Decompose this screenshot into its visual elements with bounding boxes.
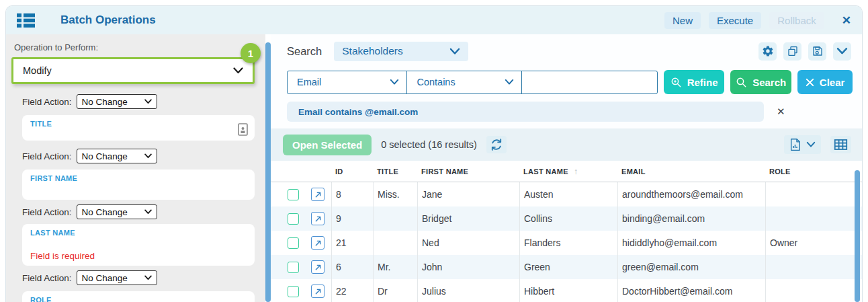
clear-button[interactable]: Clear [797,70,853,94]
field-action-label: Field Action: [22,207,72,217]
open-arrow-icon [314,288,322,295]
cell-id: 22 [331,279,373,302]
filter-chip: Email contains @email.com [287,102,764,122]
open-arrow-icon [314,264,322,271]
field-action-value: No Change [82,207,128,217]
copy-search-button[interactable] [783,42,801,61]
field-action-label: Field Action: [22,151,72,161]
cell-role [765,255,862,279]
cell-last-name: Austen [519,182,617,206]
open-arrow-icon [314,215,322,223]
column-header-email[interactable]: EMAIL [617,167,765,176]
operation-panel: Operation to Perform: Modify 1 Field Act… [6,34,265,302]
first-name-field[interactable]: FIRST NAME [22,169,255,200]
row-checkbox[interactable] [288,262,299,273]
row-checkbox[interactable] [288,237,299,249]
search-button-label: Search [752,77,786,88]
last-name-field-label: LAST NAME [30,229,247,237]
cell-last-name: Collins [519,206,617,231]
filter-chip-text: Email contains @email.com [298,107,418,117]
search-field-select[interactable]: Email [288,71,407,93]
table-scrollbar[interactable] [855,170,860,302]
last-name-field[interactable]: LAST NAME Field is required [22,224,255,266]
report-chart-icon [789,138,801,151]
search-entity-select[interactable]: Stakeholders [334,42,468,61]
field-action-select-title[interactable]: No Change [77,94,157,109]
column-header-id[interactable]: ID [331,167,373,176]
cell-email: binding@email.com [617,206,765,231]
open-record-button[interactable] [311,188,324,201]
remove-filter-icon[interactable]: ✕ [777,106,785,118]
chevron-down-icon [449,48,460,55]
export-report-button[interactable] [784,135,821,154]
open-record-button[interactable] [311,260,324,274]
chevron-down-icon [233,67,243,74]
field-action-select-role[interactable]: No Change [77,270,157,285]
cell-title: Mr. [373,255,417,279]
results-table-header: ID TITLE FIRST NAME LAST NAME↑ EMAIL ROL… [271,161,862,182]
top-actions: New Execute Rollback ✕ [664,12,851,29]
column-header-last-name-label: LAST NAME [523,167,568,176]
open-record-button[interactable] [311,236,324,250]
open-record-button[interactable] [311,212,324,225]
field-action-select-last-name[interactable]: No Change [77,204,157,219]
chevron-down-icon [836,47,848,55]
cell-email: hididdlyho@email.com [617,231,765,255]
save-icon [812,45,824,57]
execute-button[interactable]: Execute [709,12,761,29]
cell-role [765,206,862,231]
clear-label: Clear [820,77,845,88]
refine-button[interactable]: Refine [664,70,724,94]
batch-grid-icon[interactable] [17,13,35,28]
first-name-field-label: FIRST NAME [30,174,247,182]
rollback-button[interactable]: Rollback [769,12,824,29]
row-checkbox[interactable] [288,213,299,225]
title-field[interactable]: TITLE [22,115,255,141]
search-field-value: Email [297,77,321,87]
column-header-role[interactable]: ROLE [765,167,862,176]
chevron-down-icon [806,141,816,148]
field-action-select-first-name[interactable]: No Change [77,149,157,163]
refresh-icon [490,138,503,151]
settings-button[interactable] [758,42,777,61]
chevron-down-icon [144,99,152,104]
row-checkbox[interactable] [288,286,299,297]
save-search-button[interactable] [808,42,826,61]
cell-last-name: Green [519,255,617,279]
field-error-message: Field is required [30,251,95,261]
chevron-down-icon [505,79,514,85]
sidebar-scrollbar[interactable] [265,42,271,302]
column-header-last-name[interactable]: LAST NAME↑ [519,167,617,176]
table-row[interactable]: 6 Mr. John Green green@email.com [271,255,862,279]
operation-select[interactable]: Modify [11,57,255,84]
role-field[interactable]: ROLE [22,291,255,302]
search-button[interactable]: Search [730,70,791,94]
column-header-first-name[interactable]: FIRST NAME [417,167,519,176]
cell-id: 21 [331,231,373,255]
sort-asc-icon: ↑ [574,167,578,176]
table-row[interactable]: 8 Miss. Jane Austen aroundthemoors@email… [271,182,862,206]
cell-email: DoctorHibbert@email.com [617,279,765,302]
cell-first-name: Bridget [417,206,519,231]
row-checkbox[interactable] [288,189,299,200]
open-selected-button[interactable]: Open Selected [283,135,372,155]
table-row[interactable]: 9 Bridget Collins binding@email.com [271,206,862,231]
search-value-input[interactable] [522,71,657,93]
dialog-body: Operation to Perform: Modify 1 Field Act… [6,34,862,302]
grid-view-button[interactable] [830,136,851,153]
contact-picker-icon[interactable] [238,123,248,139]
column-header-title[interactable]: TITLE [373,167,417,176]
new-button[interactable]: New [664,12,701,29]
open-record-button[interactable] [311,285,324,298]
search-operator-select[interactable]: Contains [407,71,522,93]
cell-id: 8 [331,182,373,206]
collapse-search-button[interactable] [833,42,851,61]
top-bar: Batch Operations New Execute Rollback ✕ [6,6,862,34]
close-icon[interactable]: ✕ [842,13,851,28]
cell-title: Miss. [373,182,417,206]
results-toolbar: Open Selected 0 selected (16 results) [271,128,862,161]
table-row[interactable]: 21 Ned Flanders hididdlyho@email.com Own… [271,231,862,255]
table-row[interactable]: 22 Dr Julius Hibbert DoctorHibbert@email… [271,279,862,302]
chevron-down-icon [390,79,399,85]
refresh-button[interactable] [486,136,507,153]
